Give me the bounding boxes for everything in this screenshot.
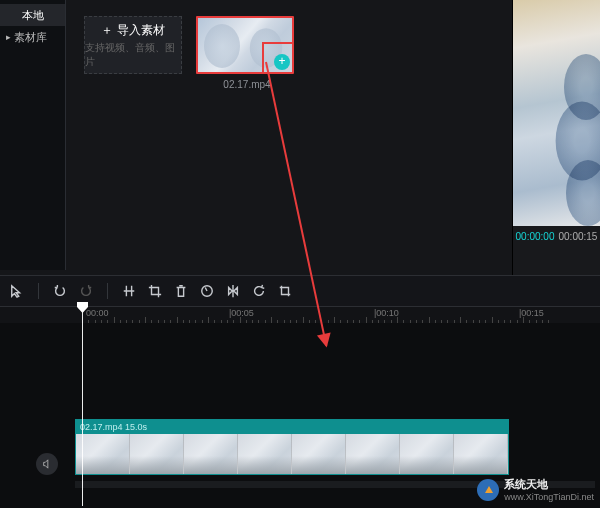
mute-track-button[interactable] (36, 453, 58, 475)
crop-icon[interactable] (144, 280, 166, 302)
add-to-timeline-button[interactable]: + (274, 54, 290, 70)
media-panel: 本地 素材库 ＋ 导入素材 支持视频、音频、图片 + 02.17.mp4 (0, 0, 600, 275)
import-label: ＋ 导入素材 (101, 22, 164, 39)
speed-icon[interactable] (196, 280, 218, 302)
rotate-icon[interactable] (248, 280, 270, 302)
watermark-en: www.XiTongTianDi.net (504, 492, 594, 502)
timeline-ruler[interactable]: 00:00 |00:05 |00:10 |00:15 (0, 307, 600, 323)
media-thumbnail: + (196, 16, 294, 74)
timeline-clip[interactable]: 02.17.mp4 15.0s (75, 419, 509, 475)
mirror-icon[interactable] (222, 280, 244, 302)
media-clip[interactable]: + 02.17.mp4 (196, 16, 298, 90)
import-hint: 支持视频、音频、图片 (85, 41, 181, 69)
tab-local[interactable]: 本地 (0, 4, 65, 26)
undo-icon[interactable] (49, 280, 71, 302)
split-icon[interactable] (118, 280, 140, 302)
delete-icon[interactable] (170, 280, 192, 302)
timeline-clip-header: 02.17.mp4 15.0s (76, 420, 508, 434)
redo-icon[interactable] (75, 280, 97, 302)
select-tool-icon[interactable] (6, 280, 28, 302)
playhead[interactable] (82, 308, 83, 506)
import-media-button[interactable]: ＋ 导入素材 支持视频、音频、图片 (84, 16, 182, 74)
watermark: 系统天地 www.XiTongTianDi.net (477, 477, 594, 502)
ruler-tick-5: |00:05 (229, 308, 254, 318)
tab-library[interactable]: 素材库 (0, 26, 65, 48)
trim-icon[interactable] (274, 280, 296, 302)
media-filename: 02.17.mp4 (196, 79, 298, 90)
divider (107, 283, 108, 299)
total-duration: 00:00:15 (559, 231, 598, 242)
preview-panel: 00:00:00 00:00:15 (512, 0, 600, 275)
ruler-tick-10: |00:10 (374, 308, 399, 318)
current-time: 00:00:00 (516, 231, 555, 242)
sidebar: 本地 素材库 (0, 0, 66, 270)
toolbar (0, 275, 600, 307)
preview-time: 00:00:00 00:00:15 (513, 226, 600, 246)
timeline-clip-frames (76, 434, 508, 474)
watermark-logo-icon (477, 479, 499, 501)
watermark-cn: 系统天地 (504, 478, 548, 490)
preview-video[interactable] (513, 0, 600, 226)
divider (38, 283, 39, 299)
ruler-tick-0: 00:00 (86, 308, 109, 318)
